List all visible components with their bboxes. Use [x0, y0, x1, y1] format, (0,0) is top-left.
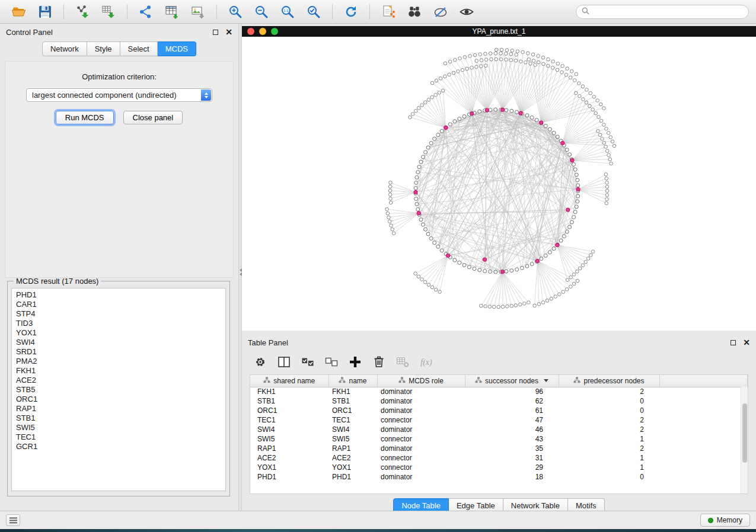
column-header-MCDS-role[interactable]: MCDS role	[377, 375, 465, 387]
mcds-result-item[interactable]: TID3	[12, 319, 225, 328]
network-table-icon[interactable]	[160, 2, 184, 21]
mcds-result-item[interactable]: TEC1	[12, 432, 225, 442]
annotation-icon[interactable]	[429, 2, 452, 21]
cell-mcds-role: connector	[377, 434, 465, 444]
table-row[interactable]: FKH1FKH1dominator962	[250, 387, 748, 396]
cell-shared-name: SWI5	[250, 434, 328, 444]
mcds-result-item[interactable]: ORC1	[12, 395, 225, 404]
new-network-icon[interactable]	[134, 2, 158, 21]
network-window-titlebar[interactable]: YPA_prune.txt_1	[242, 26, 756, 37]
table-row[interactable]: SWI4SWI4dominator462	[250, 425, 748, 434]
maximize-window-icon[interactable]	[271, 28, 278, 35]
export-image-icon[interactable]	[186, 2, 210, 21]
close-panel-button[interactable]: Close panel	[123, 111, 183, 124]
cell-filler	[659, 472, 748, 482]
cell-name: ACE2	[328, 453, 377, 463]
mcds-result-item[interactable]: PMA2	[12, 357, 225, 366]
mcds-result-item[interactable]: CAR1	[12, 300, 225, 309]
search-box[interactable]	[576, 5, 749, 19]
tab-network[interactable]: Network	[42, 41, 87, 56]
table-row[interactable]: STB1STB1dominator620	[250, 396, 748, 406]
status-bar: Memory	[0, 511, 756, 529]
sort-descending-icon	[544, 379, 548, 382]
cell-mcds-role: dominator	[377, 425, 465, 434]
mcds-result-item[interactable]: YOX1	[12, 328, 225, 338]
tab-style[interactable]: Style	[87, 41, 120, 56]
add-column-icon[interactable]	[346, 354, 364, 370]
criterion-select[interactable]: largest connected component (undirected)	[26, 88, 212, 102]
table-scrollbar-thumb[interactable]	[742, 403, 747, 463]
control-panel-header: Control Panel ✕	[0, 24, 238, 40]
close-panel-icon[interactable]: ✕	[225, 28, 232, 36]
panel-menu-button[interactable]	[6, 514, 20, 526]
float-table-panel-icon[interactable]	[731, 340, 736, 345]
refresh-icon[interactable]	[339, 2, 363, 21]
run-mcds-button[interactable]: Run MCDS	[56, 111, 114, 124]
column-header-name[interactable]: name	[328, 375, 377, 387]
import-table-icon[interactable]	[97, 2, 120, 21]
close-table-panel-icon[interactable]: ✕	[743, 338, 750, 347]
mcds-result-item[interactable]: GCR1	[12, 442, 225, 451]
duplicate-network-icon[interactable]	[377, 2, 400, 21]
cell-shared-name: PHD1	[250, 472, 328, 482]
mcds-result-item[interactable]: SWI5	[12, 423, 225, 432]
cell-filler	[659, 406, 748, 415]
zoom-actual-icon[interactable]: 1:1	[276, 2, 299, 21]
table-row[interactable]: SWI5SWI5connector431	[250, 434, 748, 444]
zoom-fit-icon[interactable]	[302, 2, 326, 21]
gear-icon[interactable]	[251, 354, 269, 370]
close-window-icon[interactable]	[247, 28, 254, 35]
eye-icon[interactable]	[455, 2, 479, 21]
delete-table-icon	[394, 354, 412, 370]
zoom-in-icon[interactable]	[224, 2, 247, 21]
table-scrollbar[interactable]	[741, 387, 748, 493]
mcds-result-item[interactable]: FKH1	[12, 366, 225, 376]
mcds-result-item[interactable]: STB1	[12, 414, 225, 423]
mcds-result-item[interactable]: ACE2	[12, 376, 225, 385]
cell-mcds-role: connector	[377, 463, 465, 472]
select-all-icon[interactable]	[299, 354, 317, 370]
table-row[interactable]: TEC1TEC1connector472	[250, 415, 748, 425]
mcds-result-item[interactable]: STB5	[12, 385, 225, 395]
cell-mcds-role: dominator	[377, 444, 465, 453]
table-row[interactable]: RAP1RAP1dominator352	[250, 444, 748, 453]
save-icon[interactable]	[33, 2, 57, 21]
cell-successor-nodes: 46	[465, 425, 559, 434]
open-folder-icon[interactable]	[7, 2, 31, 21]
network-canvas[interactable]	[242, 37, 756, 331]
minimize-window-icon[interactable]	[259, 28, 266, 35]
tab-select[interactable]: Select	[120, 41, 158, 56]
mcds-result-item[interactable]: STP4	[12, 309, 225, 319]
cell-filler	[659, 387, 748, 396]
tab-mcds[interactable]: MCDS	[158, 41, 196, 56]
cell-shared-name: TEC1	[250, 415, 328, 425]
mcds-result-item[interactable]: PHD1	[12, 290, 225, 300]
mcds-result-list[interactable]: PHD1CAR1STP4TID3YOX1SWI4SRD1PMA2FKH1ACE2…	[11, 288, 226, 491]
column-header-shared-name[interactable]: shared name	[250, 375, 328, 387]
deselect-all-icon[interactable]	[323, 354, 340, 370]
import-network-icon[interactable]	[71, 2, 94, 21]
memory-button[interactable]: Memory	[700, 514, 750, 527]
cell-successor-nodes: 61	[465, 406, 559, 415]
delete-column-icon[interactable]	[370, 354, 388, 370]
float-panel-icon[interactable]	[213, 30, 218, 35]
table-panel: Table Panel ✕ f(x) shared namenameMCDS r…	[242, 334, 756, 511]
search-input[interactable]	[593, 8, 743, 16]
binoculars-icon[interactable]	[403, 2, 426, 21]
mcds-tab-content: Optimization criterion: largest connecte…	[5, 61, 234, 278]
zoom-out-icon[interactable]	[250, 2, 273, 21]
column-header-predecessor-nodes[interactable]: predecessor nodes	[559, 375, 659, 387]
split-columns-icon[interactable]	[275, 354, 293, 370]
cell-name: FKH1	[328, 387, 377, 396]
table-row[interactable]: ACE2ACE2connector311	[250, 453, 748, 463]
mcds-result-item[interactable]: SWI4	[12, 338, 225, 347]
cell-mcds-role: connector	[377, 453, 465, 463]
mcds-result-item[interactable]: SRD1	[12, 347, 225, 357]
cell-shared-name: ACE2	[250, 453, 328, 463]
column-header-successor-nodes[interactable]: successor nodes	[465, 375, 559, 387]
mcds-result-item[interactable]: RAP1	[12, 404, 225, 414]
network-graph[interactable]	[242, 37, 756, 331]
table-row[interactable]: YOX1YOX1connector291	[250, 463, 748, 472]
table-row[interactable]: PHD1PHD1dominator180	[250, 472, 748, 482]
table-row[interactable]: ORC1ORC1dominator610	[250, 406, 748, 415]
